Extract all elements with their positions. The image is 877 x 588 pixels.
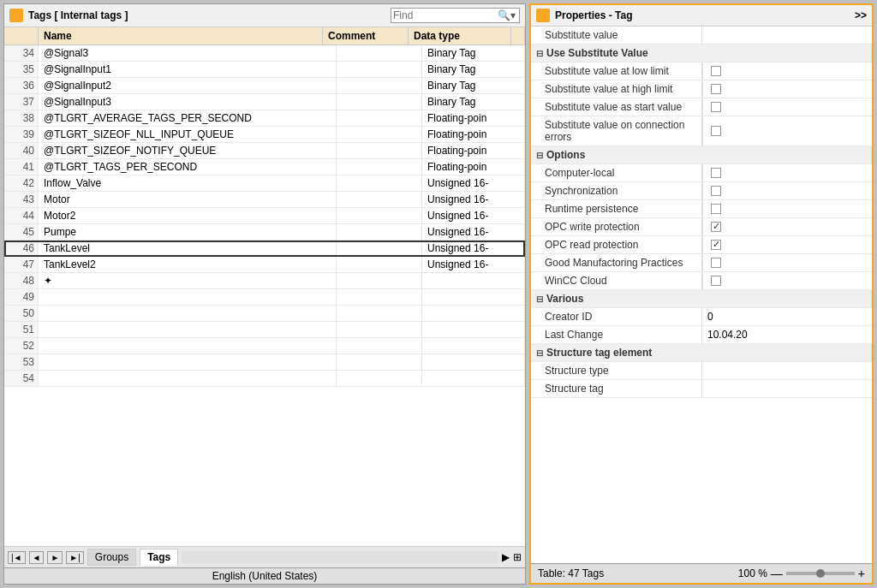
checkbox-cell[interactable] [702, 218, 728, 235]
property-checkbox[interactable] [711, 186, 721, 196]
search-input[interactable] [393, 9, 496, 21]
collapse-icon[interactable]: ⊟ [536, 348, 543, 358]
table-row[interactable]: 37 @SignalInput3 Binary Tag [4, 94, 525, 110]
property-checkbox[interactable] [711, 222, 721, 232]
property-checkbox[interactable] [711, 258, 721, 268]
table-row[interactable]: 49 [4, 289, 525, 306]
prop-label: Substitute value on connection errors [531, 116, 702, 146]
zoom-out-button[interactable]: — [771, 567, 783, 580]
expand-button[interactable]: >> [855, 9, 867, 21]
table-row[interactable]: 41 @TLGRT_TAGS_PER_SECOND Floating-poin [4, 159, 525, 175]
nav-prev-button[interactable]: ◄ [29, 551, 45, 564]
horizontal-scrollbar[interactable] [182, 551, 498, 563]
prop-label: Substitute value [531, 27, 702, 44]
row-comment [337, 338, 422, 353]
nav-next-button[interactable]: ► [47, 551, 63, 564]
table-row[interactable]: 48 ✦ [4, 273, 525, 289]
checkbox-cell[interactable] [702, 200, 728, 217]
table-row[interactable]: 54 [4, 371, 525, 387]
search-button[interactable]: 🔍▾ [496, 9, 517, 21]
table-row[interactable]: 44 Motor2 Unsigned 16- [4, 208, 525, 224]
table-row[interactable]: 34 @Signal3 Binary Tag [4, 45, 525, 62]
table-row[interactable]: 42 Inflow_Valve Unsigned 16- [4, 175, 525, 192]
row-num: 51 [4, 322, 39, 337]
collapse-icon[interactable]: ⊟ [536, 294, 543, 304]
table-row[interactable]: 53 [4, 354, 525, 371]
row-datatype: Binary Tag [422, 45, 525, 61]
collapse-icon[interactable]: ⊟ [536, 49, 543, 58]
checkbox-cell[interactable] [702, 80, 728, 98]
table-row[interactable]: 40 @TLGRT_SIZEOF_NOTIFY_QUEUE Floating-p… [4, 143, 525, 159]
property-checkbox[interactable] [711, 126, 721, 136]
section-label: Options [546, 149, 585, 161]
checkbox-cell[interactable] [702, 182, 728, 199]
table-row[interactable]: 52 [4, 338, 525, 354]
col-header-comment: Comment [323, 27, 409, 45]
row-comment [337, 45, 422, 61]
section-label: Various [546, 293, 583, 305]
prop-label: Runtime persistence [531, 200, 702, 217]
property-checkbox[interactable] [711, 102, 721, 112]
scroll-right-icon: ▶ [502, 551, 510, 563]
prop-label: Computer-local [531, 164, 702, 181]
tab-tags[interactable]: Tags [140, 549, 178, 566]
property-checkbox[interactable] [711, 276, 721, 286]
property-row: Good Manufactoring Practices [531, 254, 872, 272]
table-row[interactable]: 45 Pumpe Unsigned 16- [4, 224, 525, 241]
section-header: ⊟ Structure tag element [531, 344, 872, 361]
tab-groups[interactable]: Groups [87, 549, 136, 566]
col-header-num [4, 27, 39, 45]
row-comment [337, 127, 422, 142]
row-comment [337, 354, 422, 370]
props-icon [536, 9, 550, 22]
section-label: Structure tag element [546, 347, 652, 359]
property-checkbox[interactable] [711, 240, 721, 250]
row-datatype: Unsigned 16- [422, 257, 525, 272]
property-checkbox[interactable] [711, 84, 721, 94]
row-datatype: Unsigned 16- [422, 175, 525, 191]
row-comment [337, 322, 422, 337]
checkbox-cell[interactable] [702, 236, 728, 253]
zoom-slider[interactable] [786, 572, 855, 575]
zoom-in-button[interactable]: + [858, 567, 865, 580]
section-header: ⊟ Use Substitute Value [531, 45, 872, 62]
prop-label: Creator ID [531, 308, 702, 325]
property-row: Creator ID 0 [531, 308, 872, 326]
table-row[interactable]: 46 TankLevel Unsigned 16- [4, 241, 525, 257]
more-icon: ⊞ [513, 551, 522, 563]
checkbox-cell[interactable] [702, 98, 728, 116]
right-panel-header: Properties - Tag >> [531, 5, 872, 27]
table-row[interactable]: 35 @SignalInput1 Binary Tag [4, 62, 525, 78]
tags-icon [9, 9, 23, 22]
property-row: Computer-local [531, 164, 872, 182]
collapse-icon[interactable]: ⊟ [536, 151, 543, 160]
row-datatype: Unsigned 16- [422, 192, 525, 207]
row-name: ✦ [39, 273, 337, 288]
row-name: Inflow_Valve [39, 175, 337, 191]
property-checkbox[interactable] [711, 66, 721, 76]
nav-last-button[interactable]: ►| [66, 551, 84, 564]
checkbox-cell[interactable] [702, 272, 728, 289]
table-row[interactable]: 50 [4, 306, 525, 322]
property-checkbox[interactable] [711, 168, 721, 178]
table-row[interactable]: 47 TankLevel2 Unsigned 16- [4, 257, 525, 273]
checkbox-cell[interactable] [702, 116, 728, 146]
nav-first-button[interactable]: |◄ [8, 551, 26, 564]
table-row[interactable]: 38 @TLGRT_AVERAGE_TAGS_PER_SECOND Floati… [4, 110, 525, 127]
checkbox-cell[interactable] [702, 164, 728, 181]
prop-label: OPC write protection [531, 218, 702, 235]
row-datatype: Floating-poin [422, 143, 525, 158]
checkbox-cell[interactable] [702, 254, 728, 271]
table-row[interactable]: 36 @SignalInput2 Binary Tag [4, 78, 525, 94]
row-name [39, 371, 337, 386]
prop-label: WinCC Cloud [531, 272, 702, 289]
section-header-row: ⊟ Use Substitute Value [531, 45, 872, 62]
row-num: 42 [4, 175, 39, 191]
prop-label: Synchronization [531, 182, 702, 199]
row-num: 34 [4, 45, 39, 61]
table-row[interactable]: 39 @TLGRT_SIZEOF_NLL_INPUT_QUEUE Floatin… [4, 127, 525, 143]
property-checkbox[interactable] [711, 204, 721, 214]
checkbox-cell[interactable] [702, 62, 728, 80]
table-row[interactable]: 43 Motor Unsigned 16- [4, 192, 525, 208]
table-row[interactable]: 51 [4, 322, 525, 338]
